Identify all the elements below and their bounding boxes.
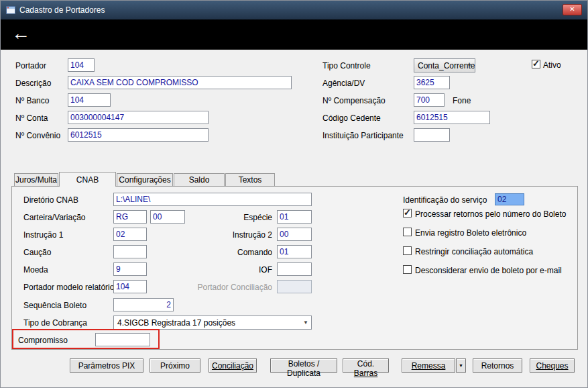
- fone-label: Fone: [453, 96, 471, 105]
- app-icon: [6, 5, 15, 15]
- tipo-cobranca-value: 4.SIGCB Registrada 17 posições: [117, 318, 235, 328]
- instrucao2-input[interactable]: [277, 228, 312, 241]
- cheques-button[interactable]: Cheques: [530, 358, 575, 373]
- portador-conciliacao-input: [277, 280, 312, 293]
- diretorio-label: Diretório CNAB: [23, 195, 78, 205]
- envia-boleto-eletronico-label: Envia registro Boleto eletrônico: [415, 228, 526, 238]
- banco-input[interactable]: [68, 93, 111, 107]
- processar-retornos-label: Processar retornos pelo número do Boleto: [415, 209, 566, 219]
- tipo-cobranca-label: Tipo de Cobrança: [23, 318, 87, 328]
- chevron-down-icon: ▼: [303, 320, 308, 326]
- portador-label: Portador: [15, 61, 46, 70]
- portador-modelo-input[interactable]: [113, 280, 147, 293]
- diretorio-input[interactable]: [113, 193, 312, 206]
- instrucao2-label: Instrução 2: [188, 230, 272, 240]
- cod-barras-button[interactable]: Cód. Barras: [343, 358, 389, 373]
- identificacao-servico-label: Identificação do serviço: [403, 195, 487, 205]
- comando-input[interactable]: [277, 245, 312, 258]
- descricao-label: Descrição: [15, 79, 51, 88]
- remessa-dropdown-button[interactable]: ▼: [456, 358, 466, 373]
- titlebar: Cadastro de Portadores ✕: [1, 1, 588, 19]
- descricao-input[interactable]: [68, 76, 292, 89]
- compromisso-label: Compromisso: [18, 336, 68, 345]
- caucao-label: Caução: [23, 248, 51, 257]
- toolbar: ←: [1, 19, 588, 50]
- tab-saldo[interactable]: Saldo: [174, 173, 225, 186]
- banco-label: Nº Banco: [15, 96, 49, 105]
- instituicao-label: Instituição Participante: [322, 131, 404, 140]
- agencia-input[interactable]: [414, 76, 450, 89]
- variacao-input[interactable]: [150, 210, 185, 224]
- tipo-cobranca-select[interactable]: 4.SIGCB Registrada 17 posições ▼: [113, 316, 312, 330]
- portador-conciliacao-label: Portador Conciliação: [188, 283, 272, 292]
- conciliacao-button[interactable]: Conciliação: [209, 358, 257, 373]
- portador-modelo-label: Portador modelo relatório: [23, 283, 114, 292]
- tab-configuracoes[interactable]: Configurações: [117, 173, 173, 186]
- comando-label: Comando: [188, 248, 272, 257]
- instrucao1-input[interactable]: [113, 228, 147, 241]
- window: Cadastro de Portadores ✕ ← Portador Desc…: [0, 0, 588, 388]
- tabstrip: Juros/Multa CNAB Configurações Saldo Tex…: [14, 172, 276, 187]
- chevron-down-icon: ▼: [467, 62, 472, 68]
- tab-textos[interactable]: Textos: [225, 173, 275, 186]
- conta-label: Nº Conta: [15, 113, 48, 123]
- iof-label: IOF: [188, 265, 272, 275]
- parametros-pix-button[interactable]: Parâmetros PIX: [70, 358, 143, 373]
- instituicao-input[interactable]: [414, 128, 450, 142]
- instrucao1-label: Instrução 1: [23, 230, 63, 240]
- convenio-input[interactable]: [68, 128, 209, 142]
- compromisso-input[interactable]: [95, 333, 150, 346]
- caucao-input[interactable]: [113, 245, 147, 258]
- sequencia-boleto-input[interactable]: [113, 298, 174, 311]
- ativo-checkbox[interactable]: [532, 60, 540, 68]
- window-title: Cadastro de Portadores: [19, 5, 105, 15]
- close-icon[interactable]: ✕: [563, 4, 582, 15]
- remessa-button[interactable]: Remessa: [402, 358, 455, 373]
- tab-juros-multa[interactable]: Juros/Multa: [14, 173, 58, 186]
- compensacao-input[interactable]: [414, 93, 445, 107]
- carteira-label: Carteira/Variação: [23, 213, 85, 222]
- back-icon[interactable]: ←: [11, 20, 30, 47]
- carteira-input[interactable]: [113, 210, 147, 224]
- identificacao-servico-input[interactable]: [495, 193, 524, 205]
- processar-retornos-checkbox[interactable]: [403, 209, 412, 217]
- chevron-down-icon: ▼: [459, 363, 463, 368]
- boletos-duplicata-button[interactable]: Boletos / Duplicata: [270, 358, 337, 373]
- compensacao-label: Nº Compensação: [322, 96, 386, 105]
- portador-input[interactable]: [68, 58, 95, 72]
- moeda-input[interactable]: [113, 262, 147, 276]
- cedente-label: Código Cedente: [322, 113, 381, 123]
- tipo-controle-select[interactable]: Conta_Corrente ▼: [414, 58, 475, 72]
- conta-input[interactable]: [68, 111, 209, 124]
- proximo-button[interactable]: Próximo: [150, 358, 200, 373]
- ativo-label: Ativo: [543, 60, 561, 70]
- moeda-label: Moeda: [23, 265, 48, 275]
- desconsiderar-email-checkbox[interactable]: [403, 265, 412, 274]
- desconsiderar-email-label: Desconsiderar envio de boleto por e-mail: [415, 266, 562, 275]
- convenio-label: Nº Convênio: [15, 131, 60, 140]
- especie-label: Espécie: [188, 213, 272, 222]
- restringir-conciliacao-label: Restringir conciliação automática: [415, 247, 533, 256]
- sequencia-boleto-label: Sequência Boleto: [23, 301, 86, 310]
- iof-input[interactable]: [277, 262, 312, 276]
- cedente-input[interactable]: [414, 111, 490, 124]
- retornos-button[interactable]: Retornos: [473, 358, 522, 373]
- envia-boleto-eletronico-checkbox[interactable]: [403, 228, 412, 236]
- especie-input[interactable]: [277, 210, 312, 224]
- tipo-controle-label: Tipo Controle: [322, 61, 371, 70]
- tab-cnab[interactable]: CNAB: [59, 172, 116, 187]
- restringir-conciliacao-checkbox[interactable]: [403, 246, 412, 255]
- agencia-label: Agência/DV: [322, 79, 365, 88]
